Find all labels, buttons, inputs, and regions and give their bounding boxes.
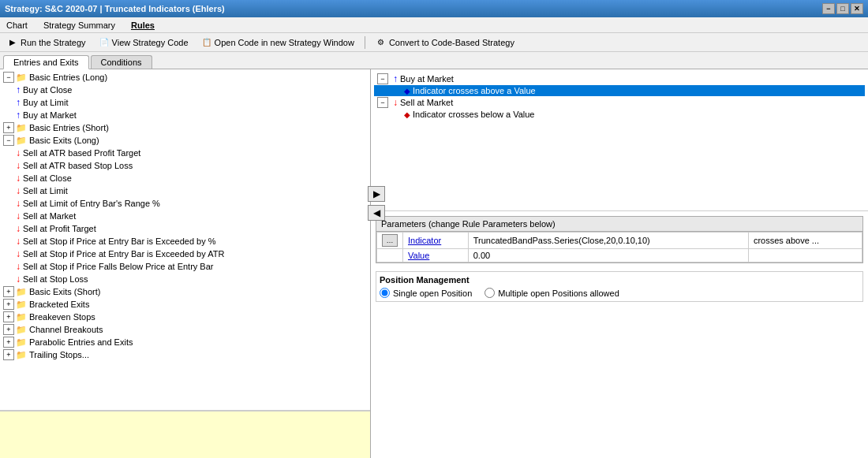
radio-single-input[interactable] <box>380 288 390 298</box>
center-transfer-buttons: ▶ ◀ <box>368 186 385 221</box>
arrow-down-icon: ↓ <box>16 198 21 209</box>
tree-item-sell-profit-target[interactable]: ↓ Sell at Profit Target <box>0 222 370 235</box>
tree-item-sell-market[interactable]: ↓ Sell at Market <box>0 210 370 222</box>
tree-item-buy-limit[interactable]: ↑ Buy at Limit <box>0 96 370 109</box>
radio-multiple-input[interactable] <box>485 288 495 298</box>
arrow-up-icon: ↑ <box>16 110 21 121</box>
tree-group-basic-exits-long[interactable]: − 📁 Basic Exits (Long) <box>0 134 370 147</box>
right-panel: − ↑ Buy at Market ◆ Indicator crosses ab… <box>371 69 868 458</box>
diamond-icon: ◆ <box>404 87 410 95</box>
open-code-new-button[interactable]: 📋 Open Code in new Strategy Window <box>197 35 358 50</box>
position-management-header: Position Management <box>380 275 859 285</box>
tree-item-sell-limit-range[interactable]: ↓ Sell at Limit of Entry Bar's Range % <box>0 197 370 210</box>
tree-item-sell-atr-stop[interactable]: ↓ Sell at ATR based Stop Loss <box>0 159 370 172</box>
tree-group-parabolic[interactable]: + 📁 Parabolic Entries and Exits <box>0 336 370 348</box>
arrow-down-icon: ↓ <box>16 160 21 171</box>
tree-item-sell-stop-falls[interactable]: ↓ Sell at Stop if Price Falls Below Pric… <box>0 260 370 273</box>
expand-trailing-stops[interactable]: + <box>3 349 14 360</box>
tree-group-basic-entries-long[interactable]: − 📁 Basic Entries (Long) <box>0 71 370 84</box>
arrow-down-icon: ↓ <box>16 274 21 285</box>
param-indicator-name[interactable]: Indicator <box>403 233 469 249</box>
tab-entries-exits[interactable]: Entries and Exits <box>3 55 89 69</box>
expand-bracketed-exits[interactable]: + <box>3 299 14 310</box>
title-bar: Strategy: S&C 2020-07 | Truncated Indica… <box>0 0 868 17</box>
view-code-icon: 📄 <box>99 37 110 48</box>
param-indicator-suffix: crosses above ... <box>748 233 862 249</box>
folder-icon: 📁 <box>16 73 27 83</box>
tab-conditions[interactable]: Conditions <box>91 55 152 69</box>
expand-sell-market[interactable]: − <box>377 97 388 108</box>
position-radio-group: Single open Position Multiple open Posit… <box>380 288 859 298</box>
parameters-section: Parameters (change Rule Parameters below… <box>376 216 863 263</box>
bottom-notes-area <box>0 411 370 458</box>
add-to-strategy-button[interactable]: ▶ <box>368 186 385 202</box>
arrow-down-icon: ↓ <box>16 147 21 158</box>
expand-breakeven-stops[interactable]: + <box>3 311 14 322</box>
arrow-down-icon: ↓ <box>16 223 21 234</box>
tree-item-buy-close[interactable]: ↑ Buy at Close <box>0 84 370 96</box>
window-controls: − □ ✕ <box>822 3 863 14</box>
window-title: Strategy: S&C 2020-07 | Truncated Indica… <box>5 4 225 13</box>
menu-chart[interactable]: Chart <box>3 17 31 32</box>
menu-rules[interactable]: Rules <box>128 17 158 32</box>
tree-group-basic-entries-short[interactable]: + 📁 Basic Entries (Short) <box>0 121 370 134</box>
toolbar-separator <box>365 36 365 49</box>
tree-item-buy-market[interactable]: ↑ Buy at Market <box>0 109 370 121</box>
arrow-down-icon: ↓ <box>16 185 21 196</box>
arrow-down-icon: ↓ <box>16 261 21 272</box>
entries-exits-tree[interactable]: − 📁 Basic Entries (Long) ↑ Buy at Close … <box>0 69 370 411</box>
folder-icon: 📁 <box>16 123 27 133</box>
menu-strategy-summary[interactable]: Strategy Summary <box>40 17 118 32</box>
arrow-down-icon: ↓ <box>16 248 21 259</box>
remove-from-strategy-button[interactable]: ◀ <box>368 205 385 221</box>
view-code-button[interactable]: 📄 View Strategy Code <box>95 35 193 50</box>
tree-group-basic-exits-short[interactable]: + 📁 Basic Exits (Short) <box>0 285 370 298</box>
expand-basic-exits-long[interactable]: − <box>3 135 14 146</box>
param-indicator-button[interactable]: … <box>382 234 398 247</box>
tree-item-sell-stop-loss[interactable]: ↓ Sell at Stop Loss <box>0 273 370 285</box>
tree-group-breakeven-stops[interactable]: + 📁 Breakeven Stops <box>0 311 370 323</box>
strat-item-sell-market[interactable]: − ↓ Sell at Market <box>374 96 865 109</box>
tree-item-sell-limit[interactable]: ↓ Sell at Limit <box>0 184 370 197</box>
expand-basic-entries-short[interactable]: + <box>3 122 14 133</box>
tree-item-sell-stop-atr[interactable]: ↓ Sell at Stop if Price at Entry Bar is … <box>0 248 370 260</box>
param-value-name[interactable]: Value <box>403 249 469 263</box>
close-button[interactable]: ✕ <box>851 3 863 14</box>
main-content: − 📁 Basic Entries (Long) ↑ Buy at Close … <box>0 69 868 458</box>
minimize-button[interactable]: − <box>822 3 835 14</box>
toolbar: ▶ Run the Strategy 📄 View Strategy Code … <box>0 33 868 52</box>
expand-buy-market[interactable]: − <box>377 73 388 84</box>
arrow-up-icon: ↑ <box>16 97 21 108</box>
tree-item-sell-stop-pct[interactable]: ↓ Sell at Stop if Price at Entry Bar is … <box>0 235 370 248</box>
param-icon-cell: … <box>377 233 403 249</box>
folder-icon: 📁 <box>16 350 27 360</box>
run-strategy-button[interactable]: ▶ Run the Strategy <box>3 35 90 50</box>
expand-parabolic[interactable]: + <box>3 337 14 348</box>
param-value-value: 0.00 <box>468 249 748 263</box>
tree-group-trailing-stops[interactable]: + 📁 Trailing Stops... <box>0 348 370 361</box>
radio-single-position[interactable]: Single open Position <box>380 288 472 298</box>
expand-basic-entries-long[interactable]: − <box>3 72 14 83</box>
tree-item-sell-close[interactable]: ↓ Sell at Close <box>0 172 370 184</box>
parameters-table: … Indicator TruncatedBandPass.Series(Clo… <box>376 232 862 263</box>
strat-item-indicator-crosses-below[interactable]: ◆ Indicator crosses below a Value <box>374 109 865 120</box>
tree-group-channel-breakouts[interactable]: + 📁 Channel Breakouts <box>0 323 370 336</box>
expand-channel-breakouts[interactable]: + <box>3 324 14 335</box>
folder-icon: 📁 <box>16 312 27 322</box>
radio-multiple-positions[interactable]: Multiple open Positions allowed <box>485 288 619 298</box>
convert-button[interactable]: ⚙ Convert to Code-Based Strategy <box>372 35 518 50</box>
tree-group-bracketed-exits[interactable]: + 📁 Bracketed Exits <box>0 298 370 311</box>
expand-basic-exits-short[interactable]: + <box>3 286 14 297</box>
arrow-down-icon: ↓ <box>16 236 21 247</box>
folder-icon: 📁 <box>16 325 27 335</box>
arrow-down-icon: ↓ <box>16 210 21 222</box>
menu-bar: Chart Strategy Summary Rules <box>0 17 868 33</box>
tree-item-sell-atr-profit[interactable]: ↓ Sell at ATR based Profit Target <box>0 147 370 159</box>
param-row-value: Value 0.00 <box>377 249 862 263</box>
strat-item-indicator-crosses-above[interactable]: ◆ Indicator crosses above a Value <box>374 85 865 96</box>
strat-item-buy-market[interactable]: − ↑ Buy at Market <box>374 73 865 85</box>
convert-icon: ⚙ <box>376 37 387 48</box>
arrow-up-icon: ↑ <box>16 84 21 95</box>
maximize-button[interactable]: □ <box>836 3 849 14</box>
strategy-tree: − ↑ Buy at Market ◆ Indicator crosses ab… <box>371 69 868 211</box>
